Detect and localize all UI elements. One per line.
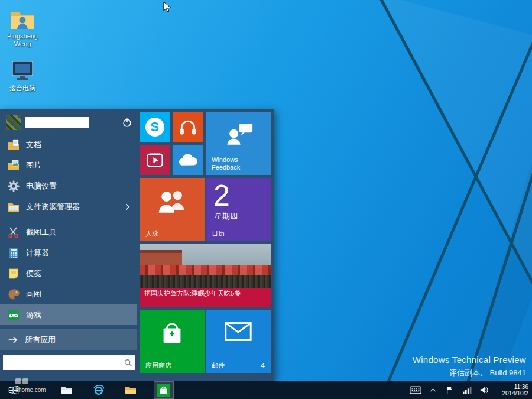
taskbar-internet-explorer[interactable]	[91, 382, 106, 398]
menu-item-label: 电脑设置	[26, 181, 57, 192]
news-caption: 据国庆护驾方队:睡眠少年天吃5餐	[140, 288, 271, 307]
build-watermark-title: Windows Technical Preview	[413, 355, 526, 365]
taskbar-folder[interactable]	[123, 382, 138, 398]
internet-explorer-icon	[92, 384, 105, 397]
calendar-weekday: 星期四	[206, 211, 271, 222]
all-apps-arrow-icon	[7, 334, 19, 346]
menu-item-sticky-notes[interactable]: 便笺	[0, 263, 137, 284]
touch-keyboard-icon[interactable]	[410, 384, 421, 396]
tile-music[interactable]	[173, 112, 203, 142]
tile-label: 日历	[212, 230, 225, 238]
clock-date: 2014/10/2	[495, 390, 528, 397]
sticky-notes-icon	[7, 267, 20, 280]
menu-item-label: 便笺	[26, 268, 41, 279]
menu-item-label: 文件资源管理器	[26, 202, 80, 212]
menu-item-games[interactable]: 游戏	[0, 304, 137, 325]
feedback-icon	[206, 121, 271, 147]
mail-badge-count: 4	[261, 361, 265, 370]
volume-icon[interactable]	[478, 384, 490, 396]
file-explorer-icon	[7, 200, 20, 213]
menu-item-pictures[interactable]: 图片	[0, 155, 137, 176]
clock-time: 11:36	[495, 384, 528, 390]
site-watermark-logo	[15, 378, 35, 385]
taskbar-file-explorer[interactable]	[59, 382, 74, 398]
computer-icon	[9, 59, 35, 83]
calculator-icon	[7, 246, 20, 259]
file-explorer-icon	[60, 384, 73, 397]
start-search-box	[3, 355, 135, 370]
menu-item-label: 文档	[26, 140, 41, 150]
search-input[interactable]	[3, 355, 124, 370]
tile-calendar[interactable]: 2 星期四 日历	[206, 178, 271, 241]
menu-item-calculator[interactable]: 计算器	[0, 242, 137, 263]
tile-label: 应用商店	[145, 362, 171, 369]
skype-icon: S	[145, 118, 164, 137]
build-watermark: Windows Technical Preview 评估副本。 Build 98…	[413, 355, 526, 378]
headphones-icon	[177, 116, 199, 138]
search-icon[interactable]	[124, 358, 133, 368]
menu-item-documents[interactable]: 文档	[0, 134, 137, 155]
taskbar: 11:36 2014/10/2	[0, 381, 532, 399]
folder-icon	[124, 384, 137, 397]
paint-icon	[7, 288, 20, 301]
tile-video[interactable]	[140, 145, 170, 175]
menu-item-label: 图片	[26, 160, 41, 171]
calendar-day: 2	[206, 180, 271, 211]
site-watermark-text: ithome.com	[15, 387, 46, 393]
skype-letter: S	[150, 121, 159, 134]
store-icon	[157, 383, 171, 397]
tile-mail[interactable]: 邮件 4	[206, 310, 271, 373]
start-menu-header	[6, 114, 135, 131]
tile-label: 邮件	[212, 362, 225, 369]
tile-onedrive[interactable]	[173, 145, 203, 175]
start-menu-item-list: 文档 图片 电脑设置	[0, 134, 137, 325]
show-hidden-icons-chevron[interactable]	[427, 384, 439, 396]
pictures-icon	[7, 159, 20, 172]
tile-label: 人脉	[145, 230, 158, 238]
start-menu: 文档 图片 电脑设置	[0, 109, 274, 381]
onedrive-cloud-icon	[177, 152, 199, 168]
desktop-icon-label: Pingsheng Weng	[1, 33, 44, 48]
tile-skype[interactable]: S	[140, 112, 170, 142]
menu-divider-gap	[0, 217, 137, 222]
tile-windows-feedback[interactable]: Windows Feedback	[206, 112, 271, 175]
desktop-icon-this-pc[interactable]: 这台电脑	[1, 59, 44, 92]
tile-people[interactable]: 人脉	[140, 178, 205, 241]
menu-item-pc-settings[interactable]: 电脑设置	[0, 176, 137, 196]
menu-item-label: 画图	[26, 289, 41, 300]
user-avatar[interactable]	[6, 115, 21, 130]
user-folder-icon	[9, 7, 35, 31]
power-button[interactable]	[119, 115, 135, 130]
menu-item-paint[interactable]: 画图	[0, 284, 137, 304]
all-apps-label: 所有应用	[25, 335, 56, 345]
video-play-icon	[145, 150, 165, 170]
desktop-icon-user-folder[interactable]: Pingsheng Weng	[1, 7, 44, 48]
user-name-box[interactable]	[25, 117, 89, 128]
documents-icon	[7, 138, 20, 151]
taskbar-clock[interactable]: 11:36 2014/10/2	[495, 384, 528, 397]
menu-item-label: 截图工具	[26, 227, 57, 238]
tile-news[interactable]: 据国庆护驾方队:睡眠少年天吃5餐	[140, 244, 271, 307]
menu-item-label: 游戏	[26, 310, 41, 320]
store-bag-icon	[140, 320, 205, 348]
news-photo-crowd	[140, 275, 271, 288]
games-icon	[7, 309, 20, 322]
tile-label: Windows Feedback	[212, 156, 259, 171]
system-tray: 11:36 2014/10/2	[410, 381, 528, 399]
menu-item-snipping-tool[interactable]: 截图工具	[0, 222, 137, 242]
mail-envelope-icon	[206, 320, 271, 343]
menu-item-label: 计算器	[26, 248, 49, 258]
people-icon	[140, 187, 205, 215]
settings-gear-icon	[7, 180, 20, 193]
all-apps-button[interactable]: 所有应用	[0, 329, 137, 350]
menu-item-file-explorer[interactable]: 文件资源管理器	[0, 196, 137, 217]
site-watermark: ithome.com	[15, 378, 46, 393]
chevron-right-icon	[125, 203, 130, 210]
desktop-icon-label: 这台电脑	[1, 85, 44, 92]
action-center-flag-icon[interactable]	[444, 384, 456, 396]
power-icon	[121, 116, 133, 128]
taskbar-store-active[interactable]	[154, 381, 174, 399]
build-watermark-build: 评估副本。 Build 9841	[413, 368, 526, 378]
tile-store[interactable]: 应用商店	[140, 310, 205, 373]
network-icon[interactable]	[461, 384, 473, 396]
